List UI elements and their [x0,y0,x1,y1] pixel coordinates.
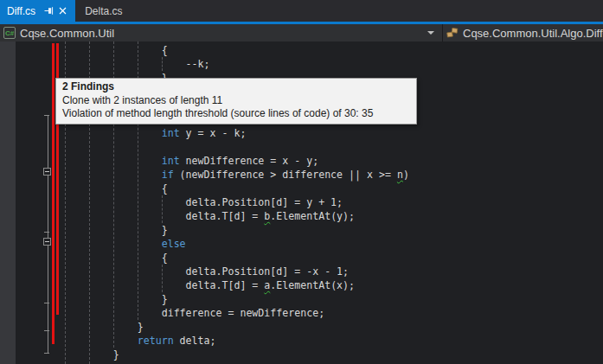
code-squiggle-token: n [397,169,403,181]
code-text: } [162,224,168,236]
code-line[interactable]: delta.Position[d] = y + 1; [65,195,409,209]
code-line[interactable]: difference = newDifference; [65,306,409,320]
code-text: (newDifference > difference || x >= [174,169,397,181]
code-text: ) [403,169,409,181]
code-text: { [162,252,168,264]
code-text: { [162,44,168,56]
code-line[interactable]: } [65,292,409,306]
code-text: delta.T[d] = [186,279,265,291]
code-keyword: else [162,238,186,250]
outline-region-line [48,115,48,354]
csharp-project-icon: C# [3,27,16,39]
outline-region-tick [44,232,49,233]
outline-region-tick [44,330,49,331]
code-line[interactable] [65,140,409,154]
code-text: difference = newDifference; [162,307,324,319]
code-keyword: if [162,169,174,181]
code-text: .ElementAt(y); [270,210,355,222]
code-keyword: int [162,155,180,167]
collapse-toggle[interactable] [43,238,51,246]
code-text: delta.Position[d] = -x - 1; [186,265,349,278]
code-line[interactable]: delta.Position[d] = -x - 1; [65,265,409,278]
code-line[interactable]: if (newDifference > difference || x >= n… [65,168,409,182]
tab-diff-cs-label: Diff.cs [7,5,35,17]
code-line[interactable]: --k; [65,57,409,71]
code-text: delta; [174,335,216,347]
scope-dropdown[interactable]: C# Cqse.Common.Util [0,24,442,42]
code-line[interactable]: else [65,237,409,251]
code-text: } [162,293,168,305]
tab-diff-cs[interactable]: Diff.cs [0,0,75,22]
code-text: } [113,348,119,361]
tooltip-title: 2 Findings [62,80,410,94]
code-line[interactable]: delta.T[d] = b.ElementAt(y); [65,209,409,223]
editor-window: Diff.cs Delta.cs C# Cqse.Common.Util Cqs… [0,0,603,364]
pin-icon[interactable] [42,5,55,17]
code-text: newDifference = x - y; [180,155,319,167]
chevron-down-icon[interactable] [427,31,434,35]
code-line[interactable]: } [65,223,409,237]
code-line[interactable]: { [65,182,409,195]
findings-tooltip: 2 Findings Clone with 2 instances of len… [55,78,417,125]
tooltip-body: Clone with 2 instances of length 11Viola… [62,94,410,121]
tab-delta-cs-label: Delta.cs [85,5,122,17]
outline-region-tick [44,303,49,303]
code-text: --k; [186,58,210,70]
outline-region-tick [44,115,49,116]
class-icon [446,28,459,39]
code-editor[interactable]: {--k;}int y = x - k;int newDifference = … [0,42,603,364]
finding-indicator-bar[interactable] [52,43,55,344]
code-text: { [162,182,168,195]
code-line[interactable]: } [65,320,409,334]
code-text: y = x - k; [180,127,247,139]
code-line[interactable]: } [65,348,409,361]
tooltip-line: Clone with 2 instances of length 11 [62,94,410,108]
tab-bar: Diff.cs Delta.cs [0,0,603,22]
code-line[interactable]: { [65,43,409,57]
type-dropdown[interactable]: Cqse.Common.Util.Algo.Diff<T [443,24,603,42]
code-line[interactable]: delta.T[d] = a.ElementAt(x); [65,278,409,292]
code-text: .ElementAt(x); [270,279,355,291]
collapse-toggle[interactable] [43,168,51,176]
code-text: } [138,321,144,333]
code-line[interactable]: int y = x - k; [65,126,409,140]
scope-dropdown-value: Cqse.Common.Util [20,27,114,40]
tooltip-line: Violation of method length threshold (so… [62,107,410,121]
indicator-margin [0,42,16,364]
navigation-bar: C# Cqse.Common.Util Cqse.Common.Util.Alg… [0,24,603,42]
code-text: delta.T[d] = [186,210,265,222]
type-dropdown-value: Cqse.Common.Util.Algo.Diff<T [463,27,603,40]
outline-region-tick [44,353,49,354]
code-line[interactable]: return delta; [65,334,409,348]
code-line[interactable]: int newDifference = x - y; [65,154,409,168]
code-keyword: return [138,335,174,347]
code-text: delta.Position[d] = y + 1; [186,196,343,208]
code-keyword: int [162,127,180,139]
code-line[interactable]: { [65,251,409,265]
tab-delta-cs[interactable]: Delta.cs [78,0,134,22]
close-icon[interactable] [56,5,68,17]
